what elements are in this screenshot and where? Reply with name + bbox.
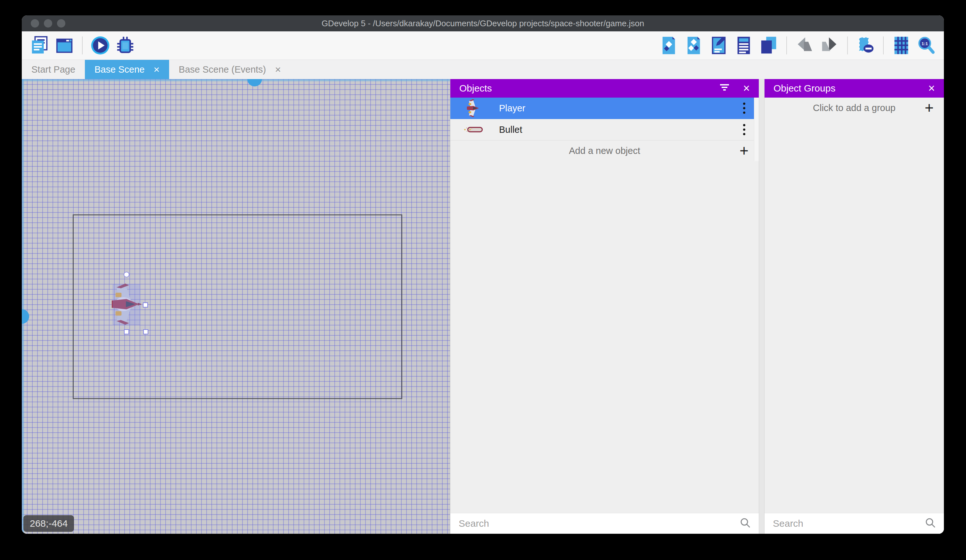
toggle-instances-mask-button[interactable]: [854, 34, 876, 56]
object-label: Bullet: [499, 124, 522, 135]
scene-editor-canvas[interactable]: 268;-464: [22, 79, 450, 534]
objects-panel: Objects ×: [450, 79, 759, 534]
objects-panel-empty-area: [450, 161, 759, 513]
add-object-label: Add a new object: [569, 146, 640, 156]
canvas-vertical-scrollbar[interactable]: [22, 79, 24, 534]
layers-icon: [759, 36, 779, 56]
tab-label: Start Page: [31, 64, 75, 75]
grid-button[interactable]: [890, 34, 912, 56]
object-label: Player: [499, 103, 525, 114]
object-menu-icon[interactable]: [743, 103, 745, 114]
preview-window-button[interactable]: [54, 34, 75, 56]
objects-panel-header: Objects ×: [450, 79, 759, 98]
undo-icon: [795, 36, 815, 56]
tab-base-scene-events[interactable]: Base Scene (Events) ×: [169, 60, 291, 79]
player-object-thumbnail: [462, 99, 485, 118]
groups-search-bar: [764, 513, 944, 534]
instance-mask-icon: [856, 36, 876, 56]
search-icon: [925, 517, 936, 530]
zoom-ratio-label: 1:1: [922, 41, 928, 46]
bullet-object-thumbnail: [462, 126, 485, 133]
instances-list-icon: [734, 36, 754, 56]
project-manager-icon: [30, 36, 49, 56]
rotate-handle[interactable]: [124, 272, 130, 277]
toolbar-divider: [786, 36, 787, 54]
object-row-player[interactable]: Player: [450, 98, 759, 119]
bug-chip-icon: [115, 36, 135, 56]
search-icon: [739, 517, 751, 530]
add-object-row[interactable]: Add a new object +: [450, 141, 759, 161]
filter-icon[interactable]: [719, 83, 730, 94]
object-groups-panel-header: Object Groups ×: [764, 79, 944, 98]
tab-close-icon[interactable]: ×: [275, 64, 281, 75]
objects-documents-icon: [684, 36, 704, 56]
plus-icon[interactable]: +: [925, 100, 934, 116]
play-preview-button[interactable]: [89, 34, 111, 56]
objects-panel-scrollbar[interactable]: [754, 98, 759, 161]
object-groups-panel-title: Object Groups: [774, 83, 835, 94]
close-panel-icon[interactable]: ×: [928, 83, 935, 94]
play-icon: [90, 36, 110, 56]
close-panel-icon[interactable]: ×: [743, 83, 750, 94]
resize-handle-bottom[interactable]: [124, 329, 129, 334]
canvas-horizontal-scrollbar[interactable]: [22, 79, 450, 81]
tab-bar: Start Page Base Scene × Base Scene (Even…: [22, 60, 944, 79]
layers-button[interactable]: [758, 34, 780, 56]
object-document-icon: [659, 36, 679, 56]
window-title: GDevelop 5 - /Users/dkarakay/Documents/G…: [22, 15, 944, 31]
redo-button[interactable]: [819, 34, 840, 56]
titlebar: GDevelop 5 - /Users/dkarakay/Documents/G…: [22, 15, 944, 31]
groups-search-input[interactable]: [772, 518, 925, 529]
tab-base-scene[interactable]: Base Scene ×: [85, 60, 169, 79]
toolbar-divider: [82, 36, 83, 54]
canvas-vertical-scrollbar-thumb[interactable]: [22, 309, 29, 324]
objects-documents-button[interactable]: [683, 34, 705, 56]
objects-search-bar: [450, 513, 759, 534]
gdevelop-window: GDevelop 5 - /Users/dkarakay/Documents/G…: [22, 15, 944, 534]
object-row-bullet[interactable]: Bullet: [450, 119, 759, 141]
canvas-horizontal-scrollbar-thumb[interactable]: [247, 79, 262, 87]
preview-window-icon: [54, 36, 74, 56]
tab-close-icon[interactable]: ×: [153, 64, 159, 75]
edit-properties-button[interactable]: [708, 34, 729, 56]
resize-handle-bottom-right[interactable]: [143, 329, 148, 334]
add-group-row[interactable]: Click to add a group +: [764, 98, 944, 118]
panel-resize-gutter[interactable]: [759, 79, 764, 534]
toolbar-divider: [847, 36, 848, 54]
add-group-label: Click to add a group: [813, 103, 895, 113]
object-menu-icon[interactable]: [743, 124, 745, 135]
pencil-document-icon: [709, 36, 729, 56]
tab-start-page[interactable]: Start Page: [22, 60, 85, 79]
undo-button[interactable]: [794, 34, 815, 56]
toolbar-divider: [883, 36, 884, 54]
resize-handle-right[interactable]: [143, 302, 148, 308]
groups-panel-empty-area: [764, 118, 944, 513]
tab-label: Base Scene (Events): [179, 64, 266, 75]
plus-icon[interactable]: +: [739, 143, 749, 159]
redo-icon: [820, 36, 840, 56]
project-manager-button[interactable]: [28, 34, 50, 56]
selection-overlay: [113, 285, 140, 324]
toolbar: 1:1: [22, 31, 944, 60]
desktop-background: GDevelop 5 - /Users/dkarakay/Documents/G…: [0, 0, 966, 560]
debug-button[interactable]: [114, 34, 136, 56]
tab-label: Base Scene: [94, 64, 145, 75]
zoom-1-1-icon: 1:1: [916, 36, 936, 56]
objects-panel-title: Objects: [459, 83, 492, 94]
object-document-button[interactable]: [658, 34, 680, 56]
object-groups-panel: Object Groups × Click to add a group +: [764, 79, 944, 534]
instances-list-button[interactable]: [733, 34, 755, 56]
objects-search-input[interactable]: [458, 518, 739, 529]
zoom-original-button[interactable]: 1:1: [915, 34, 937, 56]
cursor-coordinates-badge: 268;-464: [23, 515, 74, 532]
grid-icon: [891, 36, 911, 56]
